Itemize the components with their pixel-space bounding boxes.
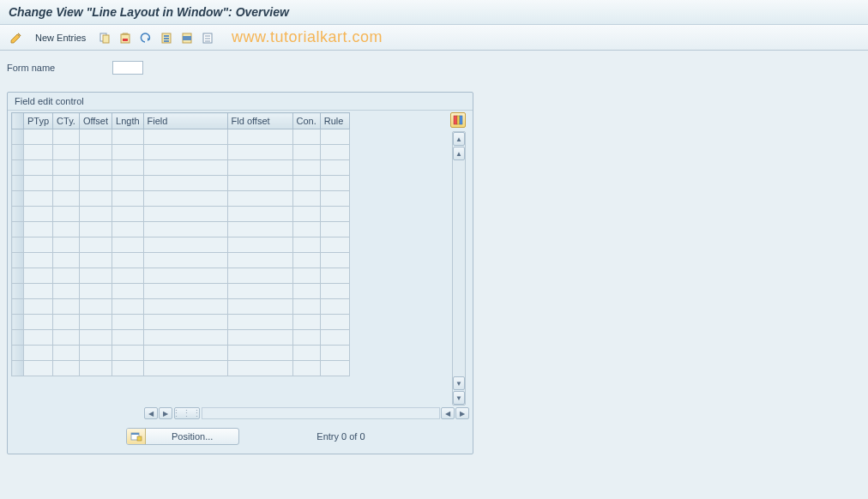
cell[interactable] [292,237,320,253]
select-all-icon[interactable] [157,28,176,47]
row-selector[interactable] [12,176,24,191]
col-header-rule[interactable]: Rule [320,113,349,129]
cell[interactable] [143,268,227,284]
cell[interactable] [320,145,349,160]
cell[interactable] [143,315,227,330]
cell[interactable] [143,160,227,176]
scroll-up-icon[interactable]: ▲ [453,132,465,146]
scroll-right-icon[interactable]: ▶ [159,407,172,419]
cell[interactable] [292,268,320,284]
cell[interactable] [227,284,292,299]
horizontal-scrollbar[interactable]: ◀ ▶ ⋮⋮⋮ ◀ ▶ [8,406,473,423]
cell[interactable] [143,207,227,222]
cell[interactable] [143,191,227,207]
col-header-lngth[interactable]: Lngth [112,113,144,129]
table-row[interactable] [12,129,350,145]
cell[interactable] [112,207,144,222]
table-row[interactable] [12,284,350,299]
cell[interactable] [53,176,80,191]
cell[interactable] [112,176,144,191]
cell[interactable] [320,299,349,315]
col-header-offset[interactable]: Offset [79,113,112,129]
table-row[interactable] [12,346,350,361]
cell[interactable] [53,160,80,176]
cell[interactable] [79,346,112,361]
scroll-page-down-icon[interactable]: ▼ [453,376,465,390]
cell[interactable] [227,207,292,222]
cell[interactable] [79,129,112,145]
cell[interactable] [24,268,53,284]
new-entries-button[interactable]: New Entries [27,29,93,46]
col-header-fldoffset[interactable]: Fld offset [227,113,292,129]
row-selector[interactable] [12,346,24,361]
cell[interactable] [79,330,112,346]
cell[interactable] [292,361,320,376]
cell[interactable] [53,299,80,315]
scroll-right-end-icon[interactable]: ▶ [455,407,469,419]
cell[interactable] [227,315,292,330]
cell[interactable] [112,315,144,330]
cell[interactable] [320,346,349,361]
cell[interactable] [112,145,144,160]
row-selector[interactable] [12,253,24,268]
cell[interactable] [53,361,80,376]
cell[interactable] [143,299,227,315]
cell[interactable] [79,222,112,237]
cell[interactable] [320,207,349,222]
cell[interactable] [53,222,80,237]
cell[interactable] [53,284,80,299]
cell[interactable] [292,346,320,361]
cell[interactable] [24,207,53,222]
cell[interactable] [53,145,80,160]
table-row[interactable] [12,315,350,330]
cell[interactable] [292,176,320,191]
cell[interactable] [227,129,292,145]
cell[interactable] [79,253,112,268]
cell[interactable] [320,237,349,253]
cell[interactable] [24,176,53,191]
cell[interactable] [79,315,112,330]
cell[interactable] [79,176,112,191]
cell[interactable] [24,346,53,361]
position-button[interactable]: Position... [126,428,239,445]
cell[interactable] [143,145,227,160]
cell[interactable] [112,330,144,346]
table-row[interactable] [12,145,350,160]
cell[interactable] [292,145,320,160]
row-selector[interactable] [12,129,24,145]
cell[interactable] [227,268,292,284]
cell[interactable] [53,315,80,330]
cell[interactable] [24,237,53,253]
cell[interactable] [143,253,227,268]
cell[interactable] [24,222,53,237]
vertical-scrollbar[interactable]: ▲ ▲ ▼ ▼ [452,131,466,406]
cell[interactable] [79,237,112,253]
col-header-cty[interactable]: CTy. [53,113,80,129]
row-selector[interactable] [12,145,24,160]
select-all-corner[interactable] [12,113,24,129]
cell[interactable] [292,191,320,207]
cell[interactable] [292,299,320,315]
cell[interactable] [227,160,292,176]
cell[interactable] [227,191,292,207]
row-selector[interactable] [12,330,24,346]
table-row[interactable] [12,191,350,207]
cell[interactable] [112,222,144,237]
row-selector[interactable] [12,284,24,299]
cell[interactable] [227,145,292,160]
table-row[interactable] [12,299,350,315]
cell[interactable] [143,330,227,346]
form-name-input[interactable] [112,61,143,75]
cell[interactable] [143,129,227,145]
cell[interactable] [292,129,320,145]
cell[interactable] [24,284,53,299]
table-row[interactable] [12,160,350,176]
cell[interactable] [227,361,292,376]
cell[interactable] [112,361,144,376]
cell[interactable] [320,176,349,191]
cell[interactable] [112,284,144,299]
cell[interactable] [24,299,53,315]
scroll-left-end-icon[interactable]: ◀ [441,407,455,419]
table-row[interactable] [12,222,350,237]
cell[interactable] [112,191,144,207]
